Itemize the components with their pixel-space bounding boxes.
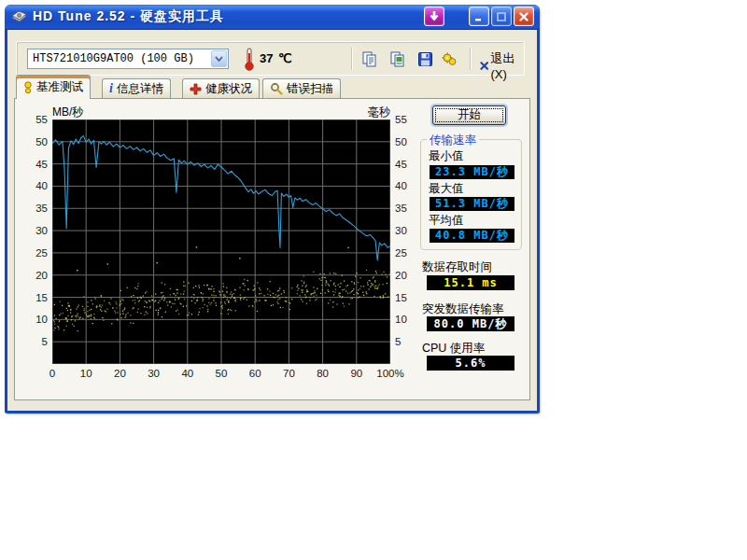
max-label: 最大值 <box>429 181 464 197</box>
minimize-button[interactable] <box>469 7 489 26</box>
tab-info[interactable]: i 信息详情 <box>102 78 171 98</box>
y-tick-right: 20 <box>395 270 421 281</box>
temperature-value: 37 <box>260 51 273 65</box>
x-tick: 50 <box>204 368 238 379</box>
x-tick: 20 <box>103 368 136 379</box>
burst-rate-value: 80.0 MB/秒 <box>427 316 514 331</box>
hdtune-window: HD Tune 2.52 - 硬盘实用工具 HTS721010G9AT00 (1… <box>5 5 540 413</box>
tab-benchmark-label: 基准测试 <box>36 79 83 95</box>
chevron-down-icon[interactable] <box>211 50 227 67</box>
y-tick-left: 10 <box>20 314 48 325</box>
benchmark-tab-page: MB/秒 毫秒 55101015152020252530303535404045… <box>14 98 530 400</box>
health-icon <box>190 83 202 95</box>
tab-health-label: 健康状况 <box>205 81 252 97</box>
maximize-button[interactable] <box>491 7 512 26</box>
transfer-rate-group: 传输速率 最小值 23.3 MB/秒 最大值 51.3 MB/秒 平均值 40.… <box>420 139 522 250</box>
app-icon <box>11 9 27 23</box>
y-tick-right: 50 <box>395 136 421 147</box>
x-tick: 30 <box>137 368 171 379</box>
min-label: 最小值 <box>429 148 464 164</box>
y-tick-left: 5 <box>20 336 48 347</box>
y-tick-left: 50 <box>20 136 48 147</box>
burst-rate-label: 突发数据传输率 <box>422 301 504 317</box>
tab-info-label: 信息详情 <box>117 81 163 97</box>
copy-image-button[interactable] <box>387 49 407 69</box>
window-title: HD Tune 2.52 - 硬盘实用工具 <box>33 8 422 25</box>
tab-benchmark[interactable]: 基准测试 <box>16 75 91 99</box>
y-tick-right: 45 <box>395 159 421 170</box>
drive-select-value: HTS721010G9AT00 (100 GB) <box>28 52 210 65</box>
access-time-value: 15.1 ms <box>427 275 514 290</box>
scan-icon <box>270 82 283 95</box>
y-tick-left: 25 <box>20 247 48 259</box>
benchmark-chart: MB/秒 毫秒 55101015152020252530303535404045… <box>15 99 426 401</box>
toolbar-separator <box>351 48 353 70</box>
y-tick-right: 15 <box>395 292 421 303</box>
toolbar: HTS721010G9AT00 (100 GB) 37 ℃ <box>16 41 525 76</box>
copy-text-button[interactable] <box>359 49 379 69</box>
min-value: 23.3 MB/秒 <box>430 165 514 179</box>
y-tick-right: 5 <box>395 336 421 347</box>
x-tick: 80 <box>306 368 340 379</box>
y-tick-right: 35 <box>395 203 421 214</box>
tab-error-scan[interactable]: 错误扫描 <box>262 78 341 98</box>
download-arrow-button[interactable] <box>424 7 444 26</box>
y-tick-left: 20 <box>20 270 48 281</box>
x-tick: 0 <box>35 368 69 379</box>
y-tick-left: 15 <box>20 292 48 303</box>
y-tick-left: 35 <box>20 203 48 214</box>
right-axis-label: 毫秒 <box>332 105 390 120</box>
exit-button[interactable]: 退出(X) <box>476 49 524 83</box>
titlebar[interactable]: HD Tune 2.52 - 硬盘实用工具 <box>5 5 540 30</box>
max-value: 51.3 MB/秒 <box>430 197 514 211</box>
options-icon[interactable] <box>439 49 459 69</box>
y-tick-left: 55 <box>20 114 48 125</box>
toolbar-separator <box>470 48 472 70</box>
exit-label: 退出(X) <box>490 50 520 81</box>
tab-health[interactable]: 健康状况 <box>182 78 260 98</box>
x-tick: 40 <box>171 368 204 379</box>
close-button[interactable] <box>514 7 534 26</box>
y-tick-right: 30 <box>395 225 421 236</box>
y-tick-right: 10 <box>395 314 421 325</box>
x-tick: 60 <box>238 368 272 379</box>
save-button[interactable] <box>415 49 435 69</box>
thermometer-icon <box>244 47 255 75</box>
y-tick-left: 40 <box>20 180 48 191</box>
left-axis-label: MB/秒 <box>52 105 83 120</box>
temperature-unit: ℃ <box>278 51 292 65</box>
y-tick-right: 25 <box>395 247 421 259</box>
cpu-usage-value: 5.6% <box>427 356 514 371</box>
transfer-group-title: 传输速率 <box>427 133 479 148</box>
x-tick: 70 <box>272 368 305 379</box>
x-tick: 100% <box>374 368 407 379</box>
y-tick-left: 30 <box>20 225 48 236</box>
avg-label: 平均值 <box>429 213 464 229</box>
access-time-label: 数据存取时间 <box>422 259 492 275</box>
tab-error-scan-label: 错误扫描 <box>287 81 333 97</box>
drive-select-dropdown[interactable]: HTS721010G9AT00 (100 GB) <box>27 49 229 69</box>
exit-x-icon <box>480 60 488 72</box>
info-icon: i <box>109 83 113 94</box>
desktop: HD Tune 2.52 - 硬盘实用工具 HTS721010G9AT00 (1… <box>0 0 747 560</box>
cpu-usage-label: CPU 使用率 <box>422 341 485 357</box>
start-button[interactable]: 开始 <box>432 105 506 125</box>
y-tick-left: 45 <box>20 159 48 170</box>
x-tick: 90 <box>340 368 374 379</box>
chart-plot-area <box>52 119 390 364</box>
benchmark-icon <box>23 81 33 94</box>
x-tick: 10 <box>69 368 103 379</box>
y-tick-right: 40 <box>395 180 421 191</box>
avg-value: 40.8 MB/秒 <box>430 229 514 243</box>
y-tick-right: 55 <box>395 114 421 125</box>
